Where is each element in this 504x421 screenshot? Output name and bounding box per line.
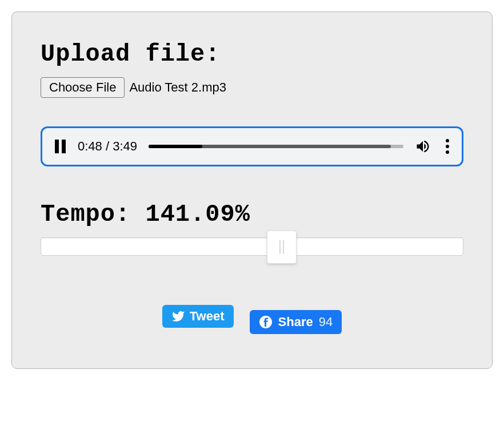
tempo-slider-wrap bbox=[41, 237, 463, 256]
twitter-icon bbox=[171, 309, 185, 323]
fb-share-label: Share bbox=[278, 315, 313, 329]
facebook-share-button[interactable]: Share 94 bbox=[250, 310, 342, 334]
kebab-menu-icon[interactable] bbox=[446, 139, 449, 154]
time-separator: / bbox=[102, 139, 113, 153]
file-input-row: Choose File Audio Test 2.mp3 bbox=[41, 77, 463, 98]
choose-file-button[interactable]: Choose File bbox=[41, 77, 125, 98]
upload-heading: Upload file: bbox=[41, 41, 463, 68]
time-display: 0:48 / 3:49 bbox=[78, 139, 137, 154]
volume-icon[interactable] bbox=[415, 138, 431, 154]
tempo-value: 141.09% bbox=[145, 201, 250, 228]
pause-icon[interactable] bbox=[55, 140, 66, 153]
tweet-label: Tweet bbox=[190, 309, 225, 324]
tweet-button[interactable]: Tweet bbox=[162, 305, 234, 328]
progress-played bbox=[149, 145, 202, 148]
chosen-filename: Audio Test 2.mp3 bbox=[129, 80, 226, 95]
tempo-slider-thumb[interactable] bbox=[267, 231, 297, 264]
tempo-slider[interactable] bbox=[41, 237, 463, 256]
audio-player: 0:48 / 3:49 bbox=[41, 126, 463, 166]
progress-bar[interactable] bbox=[149, 145, 403, 148]
duration: 3:49 bbox=[113, 139, 137, 153]
facebook-icon bbox=[259, 315, 273, 329]
tempo-label: Tempo: bbox=[41, 201, 130, 228]
fb-share-count: 94 bbox=[319, 315, 333, 329]
tempo-heading: Tempo: 141.09% bbox=[41, 201, 463, 228]
upload-panel: Upload file: Choose File Audio Test 2.mp… bbox=[11, 11, 493, 369]
social-buttons: Tweet Share 94 bbox=[41, 299, 463, 334]
current-time: 0:48 bbox=[78, 139, 102, 153]
